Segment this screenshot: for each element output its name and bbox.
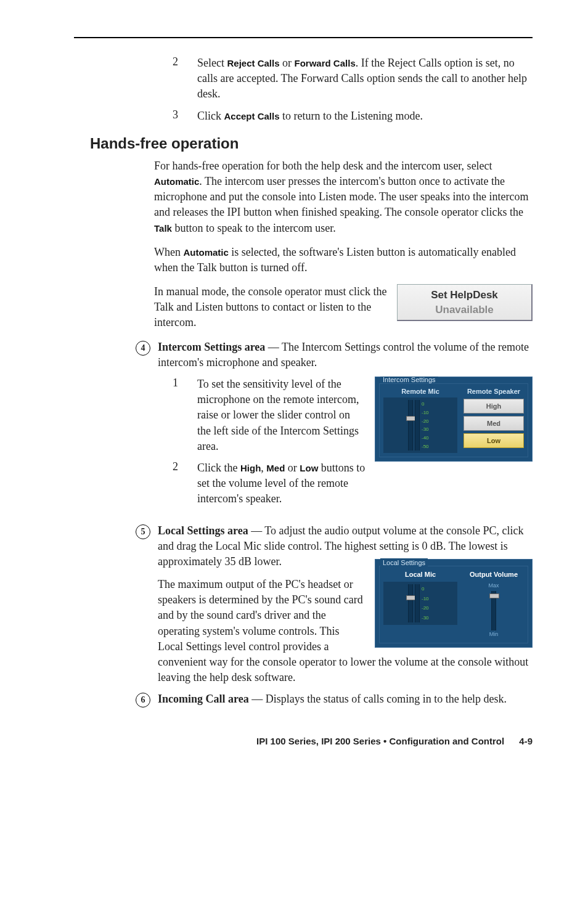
callout-number-6: 6: [136, 693, 150, 707]
callout-number-5: 5: [136, 524, 150, 539]
step-text: Select Reject Calls or Forward Calls. If…: [197, 55, 533, 102]
handsfree-para-2: When Automatic is selected, the software…: [154, 245, 533, 275]
talk-label: Talk: [154, 223, 172, 234]
remote-speaker-label: Remote Speaker: [463, 388, 524, 395]
automatic-label: Automatic: [154, 176, 199, 187]
remote-mic-slider[interactable]: 0 -10 -20 -30 -40 -50: [383, 397, 457, 453]
callout-5: 5 Local Settings area — To adjust the au…: [136, 523, 533, 686]
manual-mode-block: Set HelpDesk Unavailable In manual mode,…: [154, 284, 533, 331]
local-settings-panel: Local Settings Local Mic 0 -10 -20 -30: [375, 559, 533, 648]
callout-number-4: 4: [136, 341, 150, 356]
med-button[interactable]: Med: [463, 416, 524, 431]
output-volume-slider[interactable]: [488, 591, 500, 630]
forward-calls-label: Forward Calls: [295, 58, 356, 68]
callout-4: 4 Intercom Settings area — The Intercom …: [136, 340, 533, 370]
step-text: Click Accept Calls to return to the List…: [197, 108, 423, 124]
accept-calls-label: Accept Calls: [224, 111, 280, 121]
low-button[interactable]: Low: [463, 433, 524, 448]
intercom-settings-panel: Intercom Settings Remote Mic 0 -10 -20 -…: [375, 377, 533, 462]
step-number: 3: [173, 108, 197, 124]
automatic-label-2: Automatic: [183, 247, 228, 258]
manual-mode-text: In manual mode, the console operator mus…: [154, 285, 386, 328]
local-mic-label: Local Mic: [383, 570, 457, 579]
local-settings-lead: Local Settings area: [158, 524, 248, 537]
output-volume-label: Output Volume: [470, 570, 518, 579]
top-steps: 2 Select Reject Calls or Forward Calls. …: [173, 55, 533, 124]
sub-step-2: 2 Click the High, Med or Low buttons to …: [173, 460, 366, 507]
intercom-settings-lead: Intercom Settings area: [158, 341, 265, 353]
callout-4-steps: Intercom Settings Remote Mic 0 -10 -20 -…: [173, 377, 533, 513]
page-footer: IPI 100 Series, IPI 200 Series • Configu…: [74, 736, 533, 746]
handsfree-para-1: For hands-free operation for both the he…: [154, 158, 533, 236]
remote-mic-label: Remote Mic: [383, 388, 457, 395]
set-helpdesk-unavailable-button[interactable]: Set HelpDesk Unavailable: [397, 284, 533, 321]
callout-6: 6 Incoming Call area — Displays the stat…: [136, 691, 533, 707]
sub-step-1: 1 To set the sensitivity level of the mi…: [173, 377, 366, 454]
section-heading: Hands-free operation: [90, 135, 533, 152]
step-2: 2 Select Reject Calls or Forward Calls. …: [173, 55, 533, 102]
high-button[interactable]: High: [463, 399, 524, 414]
step-3: 3 Click Accept Calls to return to the Li…: [173, 108, 423, 124]
local-mic-slider[interactable]: 0 -10 -20 -30: [383, 582, 457, 625]
top-rule: [74, 37, 533, 38]
incoming-call-lead: Incoming Call area: [158, 693, 249, 705]
step-number: 2: [173, 55, 197, 102]
reject-calls-label: Reject Calls: [227, 58, 279, 68]
